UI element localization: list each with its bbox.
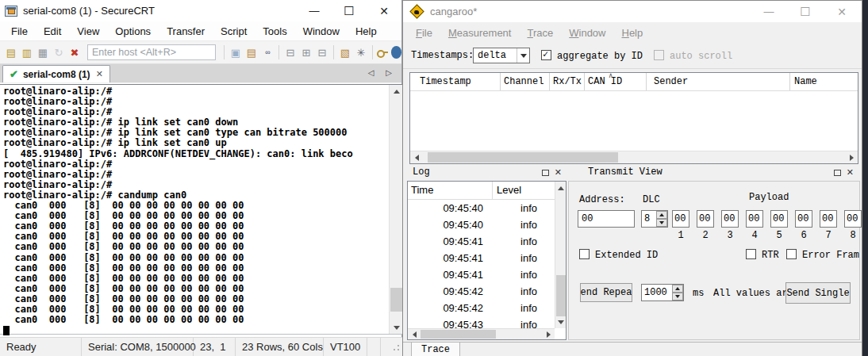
dock-close-icon[interactable]: ✕ xyxy=(555,167,562,178)
copy-icon[interactable]: ▣ xyxy=(228,44,244,61)
session-options-icon[interactable]: ✳ xyxy=(353,44,369,61)
close-button[interactable]: ✕ xyxy=(367,0,401,21)
minimize-button[interactable]: — xyxy=(751,1,787,22)
stepper-down-icon[interactable] xyxy=(656,219,667,227)
print-setup-icon[interactable]: ⊟ xyxy=(314,44,330,61)
timestamps-select[interactable]: delta xyxy=(473,48,530,63)
scroll-up-icon[interactable] xyxy=(390,85,403,98)
scroll-right-icon[interactable] xyxy=(845,151,858,163)
scrollbar-thumb[interactable] xyxy=(421,330,496,339)
error-frame-label[interactable]: Error Frame xyxy=(802,250,859,261)
stepper-down-icon[interactable] xyxy=(672,293,683,300)
stepper-up-icon[interactable] xyxy=(656,211,667,219)
stepper-up-icon[interactable] xyxy=(672,285,683,293)
reconnect-icon[interactable]: ↻ xyxy=(51,44,67,61)
scroll-down-icon[interactable] xyxy=(390,321,403,334)
terminal-screen[interactable]: root@linaro-alip:/#root@linaro-alip:/#ro… xyxy=(0,85,389,334)
scrollbar-thumb[interactable] xyxy=(390,288,402,312)
terminal-scrollbar[interactable] xyxy=(389,85,402,334)
menu-item-help[interactable]: Help xyxy=(348,21,385,41)
payload-byte-input[interactable] xyxy=(672,210,689,228)
scroll-left-icon[interactable] xyxy=(408,329,421,339)
tab-close-icon[interactable]: ✕ xyxy=(96,69,103,79)
menu-item-trace[interactable]: Trace xyxy=(519,27,561,39)
extended-id-label[interactable]: Extended ID xyxy=(595,250,658,261)
scroll-up-icon[interactable] xyxy=(555,182,567,194)
autoscroll-checkbox[interactable] xyxy=(654,50,664,60)
cangaroo-titlebar[interactable]: cangaroo* — ☐ ✕ xyxy=(403,1,862,22)
menu-item-edit[interactable]: Edit xyxy=(36,21,69,41)
scrollbar-thumb[interactable] xyxy=(428,152,618,163)
payload-byte-input[interactable] xyxy=(721,210,739,228)
dlc-stepper[interactable] xyxy=(641,210,668,228)
tab-scroll-arrows[interactable]: ◁ ▷ xyxy=(368,68,397,77)
log-hscrollbar[interactable] xyxy=(408,328,555,339)
find-icon[interactable]: ∞ xyxy=(259,44,275,61)
resize-grip[interactable] xyxy=(391,343,401,352)
connect-icon[interactable]: ▥ xyxy=(19,44,35,61)
send-single-button[interactable]: Send Single xyxy=(785,282,851,304)
payload-byte-input[interactable] xyxy=(795,210,812,228)
payload-byte-input[interactable] xyxy=(770,210,788,228)
print-preview-icon[interactable]: ⊟ xyxy=(282,44,298,61)
menu-item-window[interactable]: Window xyxy=(295,21,348,41)
menu-item-script[interactable]: Script xyxy=(213,21,255,41)
trace-table-hscrollbar[interactable] xyxy=(410,151,858,163)
paste-icon[interactable]: ▤ xyxy=(244,44,259,61)
column-header-rxtx[interactable]: Rx/Tx xyxy=(553,76,582,87)
payload-byte-input[interactable] xyxy=(820,210,837,228)
log-column-time[interactable]: Time xyxy=(411,184,433,196)
payload-byte-input[interactable] xyxy=(746,210,763,228)
column-header-canid[interactable]: CAN ID xyxy=(588,76,622,87)
error-frame-checkbox[interactable] xyxy=(786,249,797,259)
aggregate-checkbox-label[interactable]: aggregate by ID xyxy=(557,51,643,62)
keymap-icon[interactable] xyxy=(376,44,390,61)
payload-byte-input[interactable] xyxy=(844,210,862,228)
extended-id-checkbox[interactable] xyxy=(579,249,590,259)
menu-item-transfer[interactable]: Transfer xyxy=(159,21,213,41)
scroll-right-icon[interactable] xyxy=(542,329,555,339)
log-vscrollbar[interactable] xyxy=(555,182,566,328)
quick-connect-icon[interactable]: ▦ xyxy=(35,44,51,61)
session-tab[interactable]: ✔ serial-com8 (1) ✕ xyxy=(2,65,110,82)
payload-byte-input[interactable] xyxy=(697,210,714,228)
column-header-name[interactable]: Name xyxy=(794,76,817,87)
dock-float-icon[interactable] xyxy=(834,170,841,176)
close-button[interactable]: ✕ xyxy=(824,1,860,22)
rtr-label[interactable]: RTR xyxy=(762,250,779,261)
chevron-down-icon[interactable] xyxy=(517,48,529,63)
securecrt-titlebar[interactable]: serial-com8 (1) - SecureCRT — ☐ ✕ xyxy=(0,0,401,21)
print-icon[interactable]: ⊞ xyxy=(298,44,314,61)
menu-item-options[interactable]: Options xyxy=(107,21,159,41)
log-column-level[interactable]: Level xyxy=(497,184,521,196)
tab-trace[interactable]: Trace xyxy=(411,343,460,356)
properties-icon[interactable]: ▧ xyxy=(337,44,353,61)
menu-item-view[interactable]: View xyxy=(69,21,107,41)
dock-close-icon[interactable]: ✕ xyxy=(847,167,854,178)
aggregate-checkbox[interactable]: ✓ xyxy=(541,50,551,60)
new-session-icon[interactable]: ▤ xyxy=(3,44,19,61)
dlc-input[interactable] xyxy=(642,211,656,227)
maximize-button[interactable]: ☐ xyxy=(332,0,367,21)
scrollbar-thumb[interactable] xyxy=(556,275,566,316)
minimize-button[interactable]: — xyxy=(297,0,332,21)
send-repeat-button[interactable]: Send Repeat xyxy=(580,283,632,302)
dock-float-icon[interactable] xyxy=(542,170,549,176)
column-header-timestamp[interactable]: Timestamp xyxy=(420,76,471,87)
scroll-left-icon[interactable] xyxy=(410,151,423,163)
scroll-down-icon[interactable] xyxy=(555,316,567,328)
menu-item-file[interactable]: File xyxy=(3,21,36,41)
host-input[interactable] xyxy=(87,44,216,60)
menu-item-help[interactable]: Help xyxy=(613,27,651,39)
web-icon[interactable] xyxy=(391,46,401,59)
menu-item-window[interactable]: Window xyxy=(561,27,613,39)
column-header-channel[interactable]: Channel xyxy=(504,76,543,87)
column-header-sender[interactable]: Sender xyxy=(654,76,688,87)
rtr-checkbox[interactable] xyxy=(746,249,756,259)
menu-item-tools[interactable]: Tools xyxy=(255,21,294,41)
disconnect-icon[interactable]: ✖ xyxy=(67,44,83,61)
interval-stepper[interactable] xyxy=(641,284,684,301)
interval-input[interactable] xyxy=(642,285,672,300)
address-input[interactable] xyxy=(578,210,635,228)
maximize-button[interactable]: ☐ xyxy=(787,1,824,22)
